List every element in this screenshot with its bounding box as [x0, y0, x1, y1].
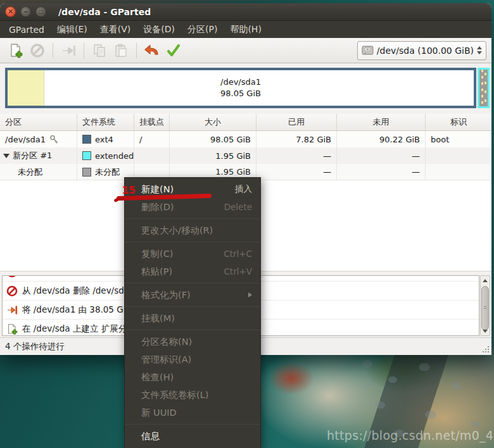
size: 1.95 GiB	[170, 147, 256, 164]
toolbar-separator	[84, 43, 84, 58]
ctx-label: 新 UUID	[141, 407, 177, 419]
ctx-label: 更改大小/移动(R)	[141, 225, 213, 237]
operation-text: 从 /dev/sda 删除 /dev/sd	[22, 285, 124, 297]
mountpoint: /	[134, 131, 170, 147]
device-selector[interactable]: /dev/sda (100.00 GiB)	[357, 41, 486, 60]
ctx-accel: Ctrl+C	[224, 249, 252, 259]
fs-label: ext4	[95, 135, 113, 144]
copy-button[interactable]	[89, 40, 110, 61]
table-row-new-partition[interactable]: 新分区 #1 extended 1.95 GiB — —	[0, 147, 491, 164]
ctx-item-label-filesystem[interactable]: 文件系统卷标(L)	[125, 386, 260, 404]
ctx-item-information[interactable]: 信息	[125, 427, 260, 445]
ctx-accel: 插入	[235, 184, 252, 195]
apply-button[interactable]	[163, 40, 184, 61]
apply-icon	[166, 43, 181, 58]
pending-operations-status: 4 个操作待进行	[5, 341, 65, 352]
ctx-item-mount[interactable]: 挂载(M)	[125, 309, 260, 327]
partition-table-header: 分区 文件系统 挂载点 大小 已用 未用 标识	[0, 114, 491, 131]
header-unused[interactable]: 未用	[337, 114, 426, 130]
ctx-item-new-uuid[interactable]: 新 UUID	[125, 404, 260, 421]
ctx-accel: Ctrl+V	[224, 266, 252, 277]
ctx-label: 分区名称(N)	[141, 336, 192, 348]
menu-help[interactable]: 帮助(H)	[224, 22, 267, 38]
paste-icon	[113, 43, 129, 58]
header-mountpoint[interactable]: 挂载点	[134, 114, 170, 130]
submenu-arrow-icon	[248, 292, 252, 297]
menu-device[interactable]: 设备(D)	[137, 22, 181, 38]
resize-operation-icon	[6, 304, 18, 316]
paste-button[interactable]	[110, 40, 132, 61]
minimize-icon: –	[21, 7, 30, 16]
flags	[426, 147, 491, 164]
delete-partition-button[interactable]	[27, 40, 48, 61]
used: —	[256, 164, 337, 180]
used: 7.82 GiB	[256, 131, 337, 147]
menu-gparted[interactable]: GParted	[3, 22, 51, 37]
ctx-item-copy[interactable]: 复制(C) Ctrl+C	[125, 245, 260, 263]
unused: —	[337, 164, 426, 180]
ctx-label: 管理标识(A)	[141, 354, 191, 366]
maximize-button[interactable]: ▢	[35, 6, 46, 17]
toolbar-separator	[53, 43, 53, 58]
ctx-item-manage-flags[interactable]: 管理标识(A)	[125, 351, 260, 368]
partition-visual-extended[interactable]	[478, 68, 490, 108]
resize-move-button[interactable]	[58, 40, 79, 61]
toolbar-separator	[136, 43, 137, 58]
partition-name: 未分配	[18, 166, 42, 178]
ctx-item-check[interactable]: 检查(H)	[125, 368, 260, 386]
menu-partition[interactable]: 分区(P)	[181, 22, 224, 38]
ctx-separator	[125, 218, 260, 219]
ctx-separator	[125, 424, 260, 425]
window-title: /dev/sda - GParted	[58, 7, 151, 17]
new-operation-icon	[6, 323, 18, 335]
ctx-item-delete[interactable]: 删除(D) Delete	[125, 198, 260, 216]
partition-name: 新分区 #1	[13, 150, 52, 161]
ctx-label: 粘贴(P)	[141, 266, 172, 278]
delete-operation-icon	[6, 285, 18, 297]
ctx-item-format-to[interactable]: 格式化为(F)	[125, 286, 260, 304]
header-filesystem[interactable]: 文件系统	[77, 114, 134, 130]
size: 98.05 GiB	[170, 131, 256, 147]
menu-edit[interactable]: 编辑(E)	[51, 22, 94, 38]
table-row-sda1[interactable]: /dev/sda1 ext4 / 98.05 GiB 7.82 GiB 90.2…	[0, 131, 491, 147]
ctx-label: 文件系统卷标(L)	[141, 389, 208, 401]
ctx-label: 复制(C)	[141, 248, 173, 260]
menu-view[interactable]: 查看(V)	[94, 22, 137, 38]
ctx-item-resize-move[interactable]: 更改大小/移动(R)	[125, 221, 260, 239]
ctx-label: 格式化为(F)	[141, 289, 191, 301]
locked-key-icon	[49, 135, 59, 144]
ctx-item-name-partition[interactable]: 分区名称(N)	[125, 333, 260, 351]
header-flags[interactable]: 标识	[426, 114, 491, 130]
scroll-up-icon[interactable]	[481, 276, 490, 285]
menubar: GParted 编辑(E) 查看(V) 设备(D) 分区(P) 帮助(H)	[0, 21, 491, 38]
operation-text: 在 /dev/sda 上建立 扩展分	[22, 323, 127, 335]
titlebar[interactable]: ✕ – ▢ /dev/sda - GParted	[0, 3, 491, 21]
scrollbar-thumb[interactable]	[481, 286, 489, 330]
close-button[interactable]: ✕	[5, 6, 16, 17]
header-partition[interactable]: 分区	[0, 114, 77, 130]
ctx-label: 检查(H)	[141, 371, 174, 383]
fs-color-swatch-ext4	[82, 135, 91, 144]
operations-scrollbar[interactable]	[480, 275, 490, 336]
partition-visual-sda1[interactable]: /dev/sda1 98.05 GiB	[5, 68, 476, 108]
undo-icon	[144, 43, 160, 58]
new-partition-button[interactable]	[5, 40, 27, 61]
expander-icon[interactable]	[3, 154, 10, 158]
watermark-url: https://blog.csdn.net/m0_43403238	[327, 428, 494, 442]
fs-label: extended	[95, 151, 134, 161]
minimize-button[interactable]: –	[20, 6, 31, 17]
toolbar: /dev/sda (100.00 GiB)	[0, 38, 491, 63]
scroll-down-icon[interactable]	[481, 327, 490, 335]
partition-visual-size: 98.05 GiB	[220, 88, 261, 99]
resize-grip[interactable]	[481, 345, 490, 353]
ctx-label: 信息	[141, 430, 160, 442]
undo-button[interactable]	[141, 40, 163, 61]
fs-label: 未分配	[95, 166, 120, 178]
ctx-separator	[125, 242, 260, 242]
header-used[interactable]: 已用	[256, 114, 337, 130]
header-size[interactable]: 大小	[170, 114, 256, 130]
ctx-item-paste[interactable]: 粘贴(P) Ctrl+V	[125, 263, 260, 280]
used-space-block	[8, 70, 44, 106]
partition-visual-region: /dev/sda1 98.05 GiB	[0, 63, 491, 114]
device-selector-spinner[interactable]	[477, 46, 482, 54]
